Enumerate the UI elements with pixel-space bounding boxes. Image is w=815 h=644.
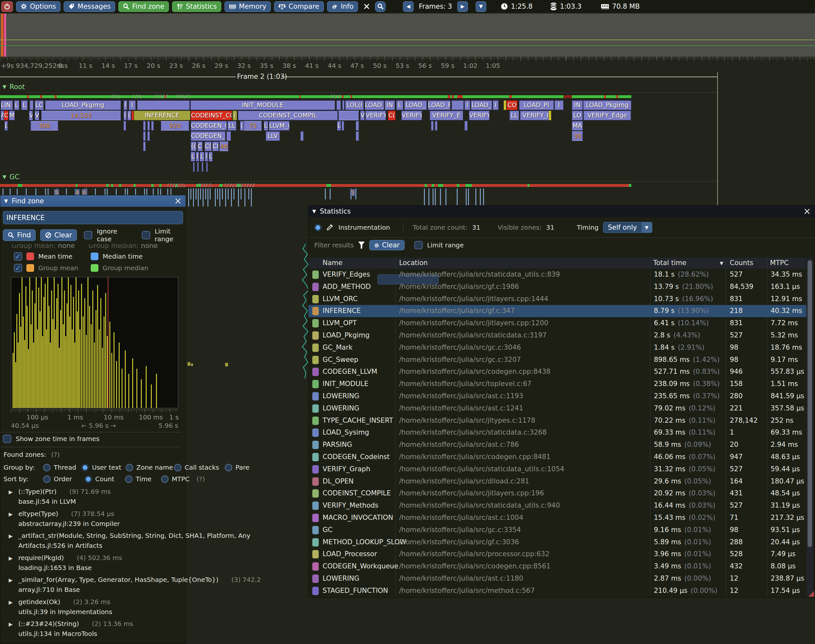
fz-sortby-radio-mtpc[interactable] (161, 475, 169, 483)
expand-arrow-icon[interactable]: ▶ (9, 511, 18, 517)
zone[interactable] (300, 131, 303, 141)
stats-limit-range-checkbox[interactable] (414, 241, 423, 249)
zone[interactable] (356, 131, 359, 141)
table-row[interactable]: DL_OPEN/home/kristofferc/julia/src/dlloa… (308, 475, 806, 488)
gc-activity-bar[interactable] (0, 184, 631, 187)
zone-codeinst-compil[interactable]: CODEINST_COMPIL (238, 110, 338, 120)
statistics-button[interactable]: Statistics (172, 1, 221, 12)
table-row[interactable]: ADD_METHOD/home/kristofferc/julia/src/gf… (308, 281, 806, 293)
gc-section-header[interactable]: ▼ GC (3, 173, 19, 181)
table-row[interactable]: LOAD_Pkgimg/home/kristofferc/julia/src/s… (308, 330, 806, 342)
zone-l[interactable]: L (209, 152, 213, 161)
zone-llv[interactable]: LLV (266, 131, 280, 141)
zone[interactable] (342, 100, 345, 110)
ignore-case-checkbox[interactable] (84, 231, 92, 239)
memory-button[interactable]: Memory (225, 1, 271, 12)
zone-i[interactable]: I (233, 110, 237, 120)
zone-v-[interactable]: V( (360, 110, 365, 120)
expand-arrow-icon[interactable]: ▶ (9, 577, 18, 583)
column-location[interactable]: Location (399, 259, 428, 267)
found-zone-item[interactable]: ▶(::#23#24)(String)(2) 13.36 ms (9, 620, 133, 627)
table-row[interactable]: MACRO_INVOCATION/home/kristofferc/julia/… (308, 512, 806, 524)
zone[interactable] (336, 100, 341, 110)
zone-i[interactable]: I (464, 100, 470, 110)
frame-overview-strip[interactable] (0, 14, 815, 57)
table-row[interactable]: VERIFY_Graph/home/kristofferc/julia/src/… (308, 463, 806, 475)
zone--[interactable]: ( (127, 110, 131, 120)
zone-load-pkgimg[interactable]: LOAD_Pkgimg (583, 100, 631, 110)
root-section-header[interactable]: ▼ Root (3, 83, 25, 91)
zone[interactable] (549, 110, 551, 120)
clear-button[interactable]: Clear (40, 229, 77, 241)
zone-codegen-l[interactable]: CODEGEN_L (191, 131, 225, 141)
find-zone-search-input[interactable] (3, 211, 183, 224)
zone-lin-l[interactable]: LIN L (1, 100, 13, 110)
zone-l[interactable]: L (191, 152, 195, 161)
root-frame-activity-bar[interactable] (0, 95, 631, 98)
zone[interactable] (132, 110, 134, 120)
expand-arrow-icon[interactable]: ▶ (9, 533, 18, 539)
zone-i[interactable]: I (555, 100, 564, 110)
options-button[interactable]: Options (16, 1, 60, 12)
zone[interactable] (151, 121, 154, 130)
table-row[interactable]: INIT_MODULE/home/kristofferc/julia/src/t… (308, 378, 806, 390)
expand-arrow-icon[interactable]: ▶ (9, 599, 18, 606)
column-mtpc[interactable]: MTPC (770, 259, 789, 267)
zone-c[interactable]: C (198, 141, 203, 151)
table-row[interactable]: CODEGEN_LLVM/home/kristofferc/julia/src/… (308, 366, 806, 378)
zone-a[interactable]: A (1, 110, 4, 120)
found-zone-item[interactable]: ▶(::Type)(Ptr)(9) 71.69 ms (9, 488, 110, 495)
find-zone-button[interactable]: Find zone (118, 1, 169, 12)
zone[interactable] (137, 100, 190, 110)
fz-groupby-radio-thread[interactable] (43, 464, 51, 471)
zone[interactable] (435, 121, 437, 130)
root-collapse-icon[interactable]: ▼ (3, 84, 6, 90)
zone--[interactable]: (( (191, 141, 196, 151)
resize-grip[interactable] (808, 591, 814, 597)
zone[interactable] (202, 162, 203, 172)
table-row[interactable]: LLVM_ORC/home/kristofferc/julia/src/jitl… (308, 293, 806, 305)
prev-frame-button[interactable]: ◀ (403, 1, 414, 12)
zone[interactable] (504, 100, 506, 110)
zone-l[interactable]: L (200, 152, 204, 161)
zone[interactable] (197, 162, 199, 172)
zone-load-[interactable]: LOAD_ (404, 100, 427, 110)
zone[interactable] (143, 141, 146, 151)
column-total-time[interactable]: Total time (653, 259, 686, 267)
table-row[interactable]: GC_Sweep/home/kristofferc/julia/src/gc.c… (308, 354, 806, 366)
table-row[interactable]: GC_Mark/home/kristofferc/julia/src/gc.c:… (308, 342, 806, 354)
zone[interactable] (356, 121, 359, 130)
column-name[interactable]: Name (323, 259, 343, 267)
zoom-button[interactable] (375, 1, 386, 12)
table-row[interactable]: VERIFY_Methods/home/kristofferc/julia/sr… (308, 500, 806, 512)
compare-button[interactable]: Compare (274, 1, 323, 12)
zone-co[interactable]: CO (507, 100, 518, 110)
find-zone-close-icon[interactable]: × (174, 196, 182, 205)
statistics-close-icon[interactable]: × (803, 207, 811, 216)
table-row[interactable]: LLVM_OPT/home/kristofferc/julia/src/jitl… (308, 317, 806, 330)
column-counts[interactable]: Counts (730, 259, 753, 267)
zone-ll[interactable]: LL (509, 110, 519, 120)
zone-verify[interactable]: VERIFY (365, 110, 386, 120)
zone[interactable] (464, 121, 468, 130)
zone-c-[interactable]: C( (212, 141, 219, 151)
table-row[interactable]: CODEGEN_Codeinst/home/kristofferc/julia/… (308, 451, 806, 463)
fz-sortby-radio-order[interactable] (43, 475, 51, 483)
zone-verify[interactable]: VERIFY (469, 110, 490, 120)
sort-descending-icon[interactable]: ▼ (720, 261, 723, 266)
zone-verify-i[interactable]: VERIFY_I (520, 110, 551, 120)
table-row[interactable]: METHOD_LOOKUP_SLOW/home/kristofferc/juli… (308, 536, 806, 549)
zone-llvm-[interactable]: LLVM_( (269, 121, 290, 130)
messages-button[interactable]: Messages (64, 1, 115, 12)
zone-l[interactable]: L (396, 100, 403, 110)
found-zone-item[interactable]: ▶_artifact_str(Module, String, SubString… (9, 532, 251, 540)
find-zone-titlebar[interactable]: ▼ Find zone × (0, 195, 185, 207)
zone[interactable] (124, 121, 126, 130)
fz-sortby-radio-time[interactable] (125, 475, 133, 483)
zone-v[interactable]: V (29, 110, 33, 120)
zone-init-module[interactable]: INIT_MODULE (190, 100, 335, 110)
zone-c-[interactable]: C( (205, 141, 211, 151)
zone-v[interactable]: V (35, 110, 39, 120)
zone[interactable] (143, 121, 146, 130)
zone-ll[interactable]: LL (227, 121, 236, 130)
